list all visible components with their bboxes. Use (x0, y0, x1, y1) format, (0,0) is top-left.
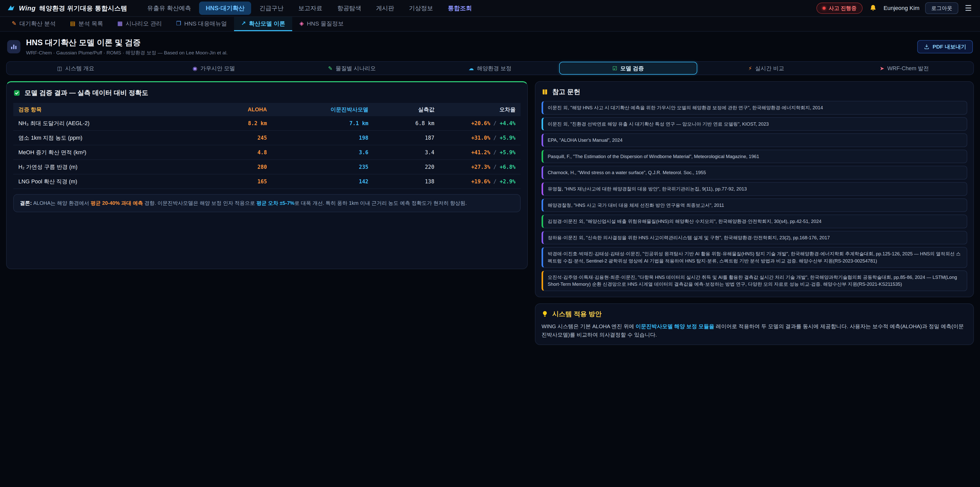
reference-item[interactable]: Charnock, H., "Wind stress on a water su… (542, 166, 967, 179)
table-row: LNG Pool 확산 직경 (m)165142138+19.6% / +2.9… (13, 174, 520, 189)
tab-label: 모델 검증 (620, 65, 644, 72)
subnav-item-label: HNS 대응매뉴얼 (184, 20, 227, 27)
app-logo-text: Wing (19, 4, 36, 12)
tab-label: 실시간 비교 (755, 65, 784, 72)
tab-item[interactable]: ◫시스템 개요 (6, 62, 145, 75)
reference-item[interactable]: 박경애·이진호·박재진·김태성·김태성·이문진, "인공위성 원격탐사 기반 A… (542, 247, 967, 268)
validation-card: 모델 검증 결과 — 실측 데이터 대비 정확도 검증 항목ALOHA이문진박사… (6, 81, 528, 269)
reference-item[interactable]: 김정경·이문진 외, "해양산업시설 배출 위험유해물질(HNS)의 해양확산 … (542, 214, 967, 228)
error-separator: / (490, 164, 500, 170)
conclusion-segment: ALOHA는 해양 환경에서 (32, 200, 91, 206)
metric-name-cell: LNG Pool 확산 직경 (m) (13, 174, 196, 189)
hamburger-icon: ☰ (965, 4, 972, 12)
aloha-value-cell: 8.2 km (196, 116, 272, 131)
page-title: HNS 대기확산 모델 이론 및 검증 (26, 37, 228, 48)
conclusion-segment: 로 대폭 개선. 특히 풍하 1km 이내 근거리 농도 예측 정확도가 현저히… (294, 200, 467, 206)
app-brand[interactable]: Wing 해양환경 위기대응 통합시스템 (7, 4, 127, 13)
primary-nav: 유출유 확산예측HNS·대기확산긴급구난보고자료항공탐색게시판기상정보통합조회 (141, 2, 479, 15)
reference-item[interactable]: 오진석·김주영·이특재·김용현·최준·이문진, "다항목 HNS 데이터의 실시… (542, 270, 967, 291)
bar-chart-icon (10, 43, 18, 50)
metric-name-cell: 염소 1km 지점 농도 (ppm) (13, 131, 196, 145)
reference-item[interactable]: 이문진 외, "친환경 선박연료 해양 유출 시 대기확산 특성 연구 — 암모… (542, 117, 967, 131)
main-nav-item[interactable]: HNS·대기확산 (199, 2, 251, 15)
subnav-item-label: 시나리오 관리 (126, 20, 162, 27)
subnav-item[interactable]: ◈HNS 물질정보 (292, 17, 351, 31)
lee-error-value: +2.9% (500, 179, 515, 185)
secondary-nav: ✎대기확산 분석▤분석 목록▦시나리오 관리❐HNS 대응매뉴얼↗확산모델 이론… (0, 17, 980, 32)
book-icon: ❐ (176, 21, 181, 26)
references-list: 이문진 외, "해양 HNS 사고 시 대기확산 예측을 위한 가우시안 모델의… (542, 101, 967, 291)
tab-label: 해양환경 보정 (477, 65, 512, 72)
lee-model-value-cell: 235 (272, 160, 374, 174)
reference-item[interactable]: 정하용·이문진 외, "신속한 의사결정을 위한 HNS 사고이력관리시스템 설… (542, 231, 967, 245)
measured-value-cell: 187 (373, 131, 439, 145)
references-card: 참고 문헌 이문진 외, "해양 HNS 사고 시 대기확산 예측을 위한 가우… (535, 81, 974, 297)
tab-item[interactable]: ◉가우시안 모델 (145, 62, 283, 75)
lee-model-value-cell: 198 (272, 131, 374, 145)
subnav-item[interactable]: ❐HNS 대응매뉴얼 (169, 17, 234, 31)
error-rate-cell: +41.2% / +5.9% (439, 145, 520, 160)
validation-title-text: 모델 검증 결과 — 실측 데이터 대비 정확도 (24, 88, 148, 97)
metric-name-cell: NH₃ 최대 도달거리 (AEGL-2) (13, 116, 196, 131)
logout-button[interactable]: 로그아웃 (925, 2, 958, 14)
menu-button[interactable]: ☰ (964, 3, 973, 13)
error-rate-cell: +20.6% / +4.4% (439, 116, 520, 131)
pencil-icon: ✎ (12, 21, 16, 26)
error-separator: / (490, 149, 500, 155)
table-row: MeOH 증기 확산 면적 (km²)4.83.63.4+41.2% / +5.… (13, 145, 520, 160)
conclusion-segment: 경향. 이문진박사모델은 해양 보정 인자 적용으로 (143, 200, 256, 206)
tab-active[interactable]: ☑모델 검증 (559, 62, 697, 75)
incident-status-badge[interactable]: 사고 진행중 (816, 3, 862, 14)
aloha-error-value: +41.2% (471, 149, 490, 155)
validation-table: 검증 항목ALOHA이문진박사모델실측값오차율 NH₃ 최대 도달거리 (AEG… (13, 103, 520, 189)
lee-error-value: +6.8% (500, 164, 515, 170)
subnav-item[interactable]: ▦시나리오 관리 (110, 17, 169, 31)
tab-item[interactable]: ⚡실시간 비교 (697, 62, 835, 75)
alert-pulse-icon (822, 6, 826, 10)
table-row: 염소 1km 지점 농도 (ppm)245198187+31.0% / +5.9… (13, 131, 520, 145)
aloha-error-value: +27.3% (471, 164, 490, 170)
lightbulb-icon (542, 311, 548, 317)
reference-item[interactable]: 유영철, "HNS 재난사고에 대한 해양경찰의 대응 방안", 한국위기관리논… (542, 182, 967, 196)
main-nav-item[interactable]: 기상정보 (402, 2, 439, 15)
main-nav-item[interactable]: 긴급구난 (253, 2, 290, 15)
reference-item[interactable]: EPA, "ALOHA User's Manual", 2024 (542, 133, 967, 147)
notifications-button[interactable] (868, 3, 878, 13)
measured-value-cell: 3.4 (373, 145, 439, 160)
aloha-error-value: +19.6% (471, 179, 490, 185)
pdf-export-button[interactable]: PDF 내보내기 (917, 40, 973, 53)
main-nav-item[interactable]: 유출유 확산예측 (141, 2, 198, 15)
subnav-item[interactable]: ✎대기확산 분석 (5, 17, 63, 31)
application-segment: 이문진박사모델 해양 보정 모듈을 (636, 323, 714, 329)
subnav-item-label: 대기확산 분석 (19, 20, 56, 27)
aloha-error-value: +20.6% (471, 120, 490, 126)
tab-label: 가우시안 모델 (200, 65, 235, 72)
tab-label: WRF-Chem 발전 (887, 65, 929, 72)
column-header: 오차율 (439, 103, 520, 116)
main-nav-item[interactable]: 통합조회 (441, 2, 479, 15)
main-nav-item[interactable]: 게시판 (369, 2, 401, 15)
error-rate-cell: +27.3% / +6.8% (439, 160, 520, 174)
trend-icon: ↗ (241, 21, 246, 26)
reference-item[interactable]: 해양경찰청, "HNS 사고 국가 대비 대응 체제 선진화 방안 연구용역 최… (542, 198, 967, 212)
error-rate-cell: +19.6% / +2.9% (439, 174, 520, 189)
reference-item[interactable]: Pasquill, F., "The Estimation of the Dis… (542, 150, 967, 163)
check-icon: ☑ (612, 65, 617, 71)
main-nav-item[interactable]: 보고자료 (292, 2, 329, 15)
measured-value-cell: 6.8 km (373, 116, 439, 131)
validation-table-header: 검증 항목ALOHA이문진박사모델실측값오차율 (13, 103, 520, 116)
error-separator: / (490, 120, 500, 126)
app-logo-icon (7, 4, 15, 12)
cloud-icon: ☁ (469, 65, 474, 71)
main-nav-item[interactable]: 항공탐색 (331, 2, 368, 15)
reference-item[interactable]: 이문진 외, "해양 HNS 사고 시 대기확산 예측을 위한 가우시안 모델의… (542, 101, 967, 115)
tab-item[interactable]: ➤WRF-Chem 발전 (835, 62, 974, 75)
page-subtitle: WRF-Chem · Gaussian Plume/Puff · ROMS · … (26, 49, 228, 56)
subnav-item[interactable]: ↗확산모델 이론 (234, 17, 292, 31)
book-icon (542, 89, 548, 95)
main-content: 모델 검증 결과 — 실측 데이터 대비 정확도 검증 항목ALOHA이문진박사… (0, 75, 980, 351)
conclusion-segment: 평균 20-40% 과대 예측 (91, 200, 143, 206)
tab-item[interactable]: ✎물질별 시나리오 (283, 62, 421, 75)
subnav-item[interactable]: ▤분석 목록 (63, 17, 110, 31)
tab-item[interactable]: ☁해양환경 보정 (421, 62, 559, 75)
